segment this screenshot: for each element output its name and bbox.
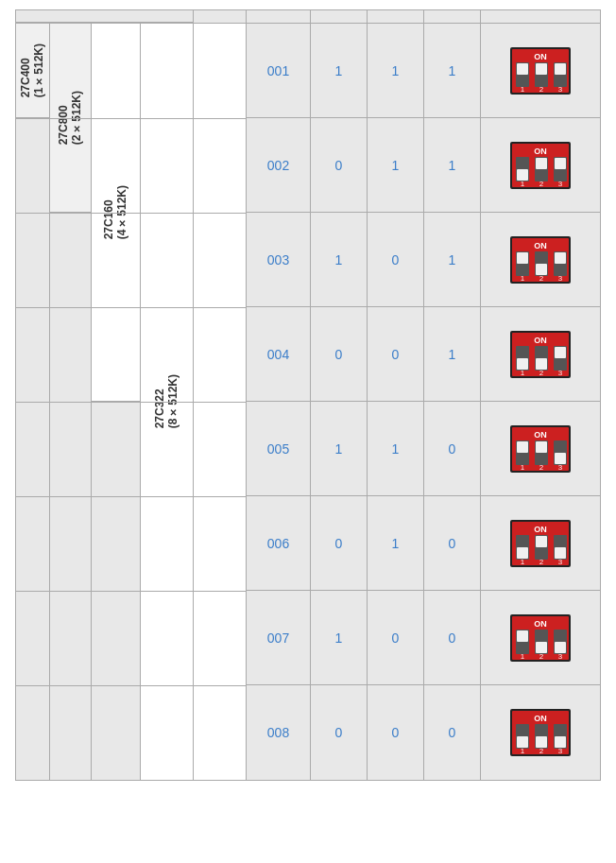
- svg-text:1: 1: [521, 85, 525, 94]
- cell-a18: 1: [311, 213, 368, 306]
- eprom-group-header: [16, 10, 194, 23]
- a20-value: 1: [449, 252, 456, 268]
- cell-a18: 0: [311, 685, 368, 780]
- svg-rect-52: [517, 441, 528, 453]
- svg-text:ON: ON: [534, 619, 547, 629]
- a19-value: 0: [392, 347, 400, 362]
- cell-a20: 1: [424, 307, 481, 401]
- cell-a19: 0: [368, 307, 424, 401]
- svg-rect-20: [555, 158, 566, 169]
- a19-value: 0: [392, 252, 400, 268]
- svg-text:1: 1: [521, 463, 525, 472]
- eprom-label: [16, 10, 193, 23]
- svg-rect-32: [555, 252, 566, 264]
- svg-text:ON: ON: [534, 714, 547, 723]
- teil-value: 002: [267, 158, 289, 173]
- header-row: [16, 10, 600, 24]
- cell-stellung: ON123: [481, 402, 600, 495]
- svg-text:2: 2: [539, 85, 544, 94]
- cell-teil: 002: [247, 118, 311, 212]
- svg-text:1: 1: [521, 652, 525, 661]
- cell-a18: 0: [311, 118, 368, 212]
- cell-a20: 0: [424, 685, 481, 780]
- a19-value: 0: [392, 725, 400, 740]
- cell-a19: 0: [368, 685, 424, 780]
- dip-switch-icon: ON123: [506, 422, 574, 476]
- eprom-merged-area: 27C400(1×512K)27C800(2×512K)27C160(4×512…: [16, 24, 247, 780]
- a18-value: 1: [335, 63, 343, 78]
- svg-text:3: 3: [558, 463, 563, 472]
- a18-value: 0: [335, 158, 343, 173]
- dip-switch-icon: ON123: [506, 233, 574, 287]
- table-row: 005110ON123: [247, 402, 600, 496]
- cell-a19: 0: [368, 591, 424, 684]
- cell-a20: 0: [424, 496, 481, 590]
- cell-stellung: ON123: [481, 213, 600, 306]
- a19-value: 1: [392, 158, 400, 173]
- cell-stellung: ON123: [481, 118, 600, 212]
- cell-stellung: ON123: [481, 685, 600, 780]
- table-body: 27C400(1×512K)27C800(2×512K)27C160(4×512…: [16, 24, 600, 780]
- a18-value: 1: [335, 441, 343, 457]
- svg-rect-6: [536, 63, 547, 75]
- table-row: 007100ON123: [247, 591, 600, 685]
- dip-switch-icon: ON123: [506, 516, 574, 571]
- cell-a19: 1: [368, 118, 424, 212]
- svg-text:ON: ON: [534, 525, 547, 534]
- cell-a18: 1: [311, 402, 368, 495]
- cell-stellung: ON123: [481, 591, 600, 684]
- cell-a20: 0: [424, 402, 481, 495]
- svg-text:1: 1: [521, 180, 525, 188]
- svg-text:1: 1: [521, 274, 525, 283]
- table-row: 002011ON123: [247, 118, 600, 213]
- a19-value: 1: [392, 441, 400, 457]
- svg-text:1: 1: [521, 747, 525, 755]
- svg-rect-4: [517, 63, 528, 75]
- svg-rect-28: [517, 252, 528, 264]
- cell-a19: 1: [368, 402, 424, 495]
- a20-value: 0: [449, 536, 456, 551]
- svg-rect-54: [536, 441, 547, 453]
- svg-text:2: 2: [539, 274, 544, 283]
- a18-value: 1: [335, 630, 343, 646]
- header-a20: [424, 10, 481, 23]
- teil-value: 005: [267, 441, 289, 457]
- table-row: 006010ON123: [247, 496, 600, 591]
- svg-text:ON: ON: [534, 241, 547, 250]
- header-a18: [311, 10, 368, 23]
- cell-a19: 1: [368, 24, 424, 117]
- a19-value: 0: [392, 630, 400, 646]
- table-row: 001111ON123: [247, 24, 600, 118]
- teil-value: 001: [267, 63, 289, 78]
- cell-teil: 005: [247, 402, 311, 495]
- label-27c400: 27C400(1×512K): [19, 43, 46, 97]
- svg-rect-18: [536, 158, 547, 169]
- cell-stellung: ON123: [481, 24, 600, 117]
- cell-27c400-empty: [16, 118, 50, 780]
- cell-a19: 0: [368, 213, 424, 306]
- svg-text:ON: ON: [534, 52, 547, 61]
- teil-value: 006: [267, 536, 289, 551]
- svg-text:2: 2: [539, 747, 544, 755]
- teil-value: 003: [267, 252, 289, 268]
- cell-a18: 1: [311, 591, 368, 684]
- table-row: 004001ON123: [247, 307, 600, 402]
- svg-text:1: 1: [521, 558, 525, 566]
- dip-switch-icon: ON123: [506, 138, 574, 193]
- a20-value: 0: [449, 441, 456, 457]
- teil-value: 007: [267, 630, 289, 646]
- cell-a18: 1: [311, 24, 368, 117]
- dip-switch-icon: ON123: [506, 705, 574, 760]
- body-wrapper: 27C400(1×512K)27C800(2×512K)27C160(4×512…: [16, 24, 600, 780]
- a18-value: 0: [335, 725, 343, 740]
- teil-value: 004: [267, 347, 289, 362]
- a20-value: 0: [449, 630, 456, 646]
- header-teil: [247, 10, 311, 23]
- a20-value: 1: [449, 63, 456, 78]
- header-a19: [368, 10, 424, 23]
- svg-text:3: 3: [558, 558, 563, 566]
- svg-rect-66: [536, 536, 547, 547]
- table-row: 003101ON123: [247, 213, 600, 307]
- main-table: 27C400(1×512K)27C800(2×512K)27C160(4×512…: [15, 9, 601, 781]
- svg-text:2: 2: [539, 180, 544, 188]
